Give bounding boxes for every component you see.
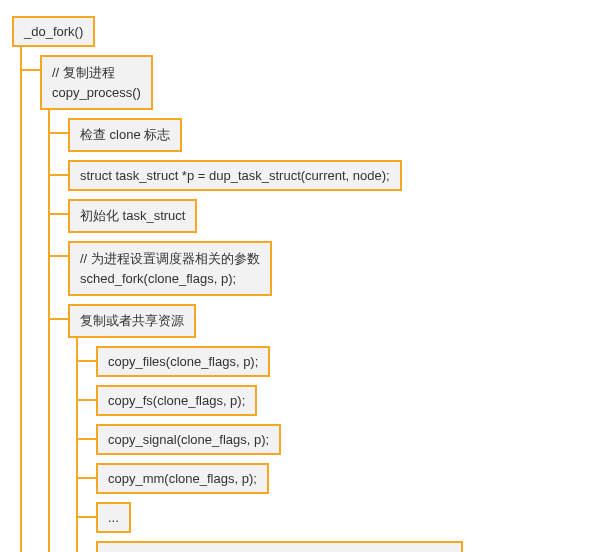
copy-files-node: copy_files(clone_flags, p);	[96, 342, 588, 381]
copy-mm-label: copy_mm(clone_flags, p);	[108, 471, 257, 486]
copy-fs-box: copy_fs(clone_flags, p);	[96, 385, 257, 416]
share-resources-node: 复制或者共享资源 copy_files(clone_flags, p); cop…	[68, 300, 588, 552]
copy-process-comment: // 复制进程	[52, 65, 115, 80]
share-resources-label: 复制或者共享资源	[80, 313, 184, 328]
init-task-node: 初始化 task_struct	[68, 195, 588, 237]
copy-ellipsis-label: ...	[108, 510, 119, 525]
share-resources-children: copy_files(clone_flags, p); copy_fs(clon…	[96, 342, 588, 552]
init-task-label: 初始化 task_struct	[80, 208, 185, 223]
copy-files-label: copy_files(clone_flags, p);	[108, 354, 258, 369]
do-fork-label: _do_fork()	[24, 24, 83, 39]
copy-signal-node: copy_signal(clone_flags, p);	[96, 420, 588, 459]
sched-fork-call: sched_fork(clone_flags, p);	[80, 271, 236, 286]
copy-fs-label: copy_fs(clone_flags, p);	[108, 393, 245, 408]
root-children: // 复制进程 copy_process() 检查 clone 标志 struc…	[40, 51, 588, 552]
sched-fork-box: // 为进程设置调度器相关的参数 sched_fork(clone_flags,…	[68, 241, 272, 296]
init-task-box: 初始化 task_struct	[68, 199, 197, 233]
copy-process-node: // 复制进程 copy_process() 检查 clone 标志 struc…	[40, 51, 588, 552]
dup-task-label: struct task_struct *p = dup_task_struct(…	[80, 168, 390, 183]
check-clone-box: 检查 clone 标志	[68, 118, 182, 152]
copy-signal-box: copy_signal(clone_flags, p);	[96, 424, 281, 455]
copy-files-box: copy_files(clone_flags, p);	[96, 346, 270, 377]
copy-thread-tls-node: copy_thread_tls(clone_flags, stack_start…	[96, 537, 588, 552]
root-node: _do_fork() // 复制进程 copy_process() 检查 clo…	[12, 12, 588, 552]
copy-mm-box: copy_mm(clone_flags, p);	[96, 463, 269, 494]
dup-task-box: struct task_struct *p = dup_task_struct(…	[68, 160, 402, 191]
copy-ellipsis-box: ...	[96, 502, 131, 533]
copy-signal-label: copy_signal(clone_flags, p);	[108, 432, 269, 447]
copy-mm-node: copy_mm(clone_flags, p);	[96, 459, 588, 498]
copy-process-box: // 复制进程 copy_process()	[40, 55, 153, 110]
share-resources-box: 复制或者共享资源	[68, 304, 196, 338]
copy-process-children: 检查 clone 标志 struct task_struct *p = dup_…	[68, 114, 588, 552]
sched-fork-comment: // 为进程设置调度器相关的参数	[80, 251, 260, 266]
do-fork-box: _do_fork()	[12, 16, 95, 47]
copy-process-call: copy_process()	[52, 85, 141, 100]
check-clone-node: 检查 clone 标志	[68, 114, 588, 156]
copy-fs-node: copy_fs(clone_flags, p);	[96, 381, 588, 420]
copy-thread-tls-box: copy_thread_tls(clone_flags, stack_start…	[96, 541, 463, 552]
dup-task-node: struct task_struct *p = dup_task_struct(…	[68, 156, 588, 195]
copy-ellipsis-node: ...	[96, 498, 588, 537]
sched-fork-node: // 为进程设置调度器相关的参数 sched_fork(clone_flags,…	[68, 237, 588, 300]
check-clone-label: 检查 clone 标志	[80, 127, 170, 142]
